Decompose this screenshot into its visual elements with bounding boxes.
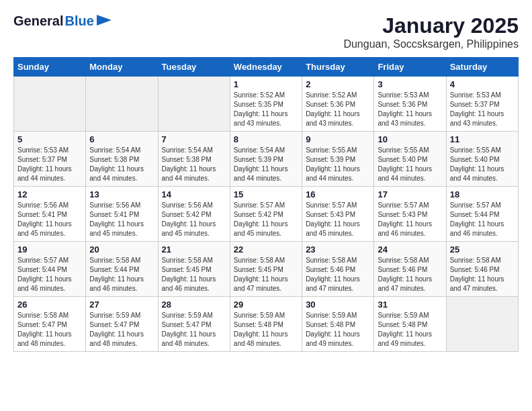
day-info: Sunrise: 5:57 AM Sunset: 5:44 PM Dayligh… bbox=[17, 256, 82, 293]
day-number: 14 bbox=[162, 189, 226, 199]
header-sunday: Sunday bbox=[14, 58, 86, 77]
day-number: 22 bbox=[234, 244, 298, 255]
table-row bbox=[446, 297, 518, 352]
day-info: Sunrise: 5:57 AM Sunset: 5:44 PM Dayligh… bbox=[450, 201, 515, 238]
day-info: Sunrise: 5:52 AM Sunset: 5:35 PM Dayligh… bbox=[234, 91, 298, 128]
day-number: 30 bbox=[306, 300, 370, 310]
day-number: 12 bbox=[17, 189, 82, 199]
day-info: Sunrise: 5:58 AM Sunset: 5:45 PM Dayligh… bbox=[162, 256, 226, 293]
calendar-body: 1Sunrise: 5:52 AM Sunset: 5:35 PM Daylig… bbox=[14, 77, 519, 352]
day-number: 4 bbox=[450, 79, 515, 89]
day-number: 23 bbox=[306, 244, 370, 255]
table-row: 13Sunrise: 5:56 AM Sunset: 5:41 PM Dayli… bbox=[86, 187, 158, 242]
day-info: Sunrise: 5:58 AM Sunset: 5:47 PM Dayligh… bbox=[17, 311, 82, 349]
table-row: 7Sunrise: 5:54 AM Sunset: 5:38 PM Daylig… bbox=[158, 132, 230, 187]
calendar-week-row: 1Sunrise: 5:52 AM Sunset: 5:35 PM Daylig… bbox=[14, 77, 519, 132]
table-row: 5Sunrise: 5:53 AM Sunset: 5:37 PM Daylig… bbox=[14, 132, 86, 187]
header-thursday: Thursday bbox=[302, 58, 374, 77]
day-number: 3 bbox=[378, 79, 442, 89]
table-row: 16Sunrise: 5:57 AM Sunset: 5:43 PM Dayli… bbox=[302, 187, 374, 242]
day-info: Sunrise: 5:59 AM Sunset: 5:48 PM Dayligh… bbox=[234, 311, 298, 349]
day-number: 5 bbox=[17, 134, 82, 144]
table-row: 25Sunrise: 5:58 AM Sunset: 5:46 PM Dayli… bbox=[446, 242, 518, 297]
main-title: January 2025 bbox=[343, 13, 519, 38]
day-number: 27 bbox=[89, 300, 154, 310]
page-header: General Blue January 2025 Dunguan, Soccs… bbox=[13, 13, 519, 50]
day-info: Sunrise: 5:59 AM Sunset: 5:48 PM Dayligh… bbox=[306, 311, 370, 349]
day-info: Sunrise: 5:54 AM Sunset: 5:39 PM Dayligh… bbox=[234, 146, 298, 183]
day-number: 28 bbox=[162, 300, 226, 310]
table-row: 2Sunrise: 5:52 AM Sunset: 5:36 PM Daylig… bbox=[302, 77, 374, 132]
day-number: 13 bbox=[89, 189, 154, 199]
day-info: Sunrise: 5:53 AM Sunset: 5:37 PM Dayligh… bbox=[17, 146, 82, 183]
day-info: Sunrise: 5:54 AM Sunset: 5:38 PM Dayligh… bbox=[89, 146, 154, 183]
calendar-header: Sunday Monday Tuesday Wednesday Thursday… bbox=[14, 58, 519, 77]
calendar-week-row: 19Sunrise: 5:57 AM Sunset: 5:44 PM Dayli… bbox=[14, 242, 519, 297]
logo-blue-text: Blue bbox=[64, 13, 93, 29]
table-row bbox=[158, 77, 230, 132]
day-info: Sunrise: 5:58 AM Sunset: 5:46 PM Dayligh… bbox=[306, 256, 370, 293]
day-info: Sunrise: 5:58 AM Sunset: 5:46 PM Dayligh… bbox=[450, 256, 515, 293]
day-number: 16 bbox=[306, 189, 370, 199]
title-block: January 2025 Dunguan, Soccsksargen, Phil… bbox=[343, 13, 519, 50]
day-info: Sunrise: 5:55 AM Sunset: 5:39 PM Dayligh… bbox=[306, 146, 370, 183]
day-info: Sunrise: 5:53 AM Sunset: 5:36 PM Dayligh… bbox=[378, 91, 442, 128]
day-number: 18 bbox=[450, 189, 515, 199]
calendar-week-row: 26Sunrise: 5:58 AM Sunset: 5:47 PM Dayli… bbox=[14, 297, 519, 352]
day-info: Sunrise: 5:57 AM Sunset: 5:43 PM Dayligh… bbox=[306, 201, 370, 238]
logo: General Blue bbox=[13, 13, 112, 29]
day-info: Sunrise: 5:55 AM Sunset: 5:40 PM Dayligh… bbox=[450, 146, 515, 183]
svg-marker-0 bbox=[97, 15, 112, 26]
calendar-week-row: 12Sunrise: 5:56 AM Sunset: 5:41 PM Dayli… bbox=[14, 187, 519, 242]
table-row: 9Sunrise: 5:55 AM Sunset: 5:39 PM Daylig… bbox=[302, 132, 374, 187]
table-row: 3Sunrise: 5:53 AM Sunset: 5:36 PM Daylig… bbox=[374, 77, 446, 132]
table-row: 10Sunrise: 5:55 AM Sunset: 5:40 PM Dayli… bbox=[374, 132, 446, 187]
logo-general-text: General bbox=[13, 13, 63, 29]
day-number: 24 bbox=[378, 244, 442, 255]
table-row: 8Sunrise: 5:54 AM Sunset: 5:39 PM Daylig… bbox=[230, 132, 302, 187]
day-info: Sunrise: 5:54 AM Sunset: 5:38 PM Dayligh… bbox=[162, 146, 226, 183]
day-info: Sunrise: 5:59 AM Sunset: 5:47 PM Dayligh… bbox=[89, 311, 154, 349]
day-info: Sunrise: 5:58 AM Sunset: 5:46 PM Dayligh… bbox=[378, 256, 442, 293]
day-info: Sunrise: 5:52 AM Sunset: 5:36 PM Dayligh… bbox=[306, 91, 370, 128]
table-row: 26Sunrise: 5:58 AM Sunset: 5:47 PM Dayli… bbox=[14, 297, 86, 352]
day-number: 9 bbox=[306, 134, 370, 144]
day-number: 2 bbox=[306, 79, 370, 89]
day-number: 26 bbox=[17, 300, 82, 310]
table-row: 21Sunrise: 5:58 AM Sunset: 5:45 PM Dayli… bbox=[158, 242, 230, 297]
day-number: 31 bbox=[378, 300, 442, 310]
day-number: 10 bbox=[378, 134, 442, 144]
day-info: Sunrise: 5:55 AM Sunset: 5:40 PM Dayligh… bbox=[378, 146, 442, 183]
table-row: 22Sunrise: 5:58 AM Sunset: 5:45 PM Dayli… bbox=[230, 242, 302, 297]
header-tuesday: Tuesday bbox=[158, 58, 230, 77]
table-row: 12Sunrise: 5:56 AM Sunset: 5:41 PM Dayli… bbox=[14, 187, 86, 242]
table-row: 4Sunrise: 5:53 AM Sunset: 5:37 PM Daylig… bbox=[446, 77, 518, 132]
day-number: 1 bbox=[234, 79, 298, 89]
logo-flag-icon bbox=[97, 15, 112, 28]
day-number: 15 bbox=[234, 189, 298, 199]
table-row: 11Sunrise: 5:55 AM Sunset: 5:40 PM Dayli… bbox=[446, 132, 518, 187]
day-info: Sunrise: 5:59 AM Sunset: 5:47 PM Dayligh… bbox=[162, 311, 226, 349]
header-saturday: Saturday bbox=[446, 58, 518, 77]
day-info: Sunrise: 5:58 AM Sunset: 5:44 PM Dayligh… bbox=[89, 256, 154, 293]
day-info: Sunrise: 5:56 AM Sunset: 5:41 PM Dayligh… bbox=[89, 201, 154, 238]
subtitle: Dunguan, Soccsksargen, Philippines bbox=[343, 38, 519, 50]
table-row bbox=[86, 77, 158, 132]
calendar-week-row: 5Sunrise: 5:53 AM Sunset: 5:37 PM Daylig… bbox=[14, 132, 519, 187]
day-number: 19 bbox=[17, 244, 82, 255]
day-info: Sunrise: 5:53 AM Sunset: 5:37 PM Dayligh… bbox=[450, 91, 515, 128]
table-row: 6Sunrise: 5:54 AM Sunset: 5:38 PM Daylig… bbox=[86, 132, 158, 187]
table-row: 17Sunrise: 5:57 AM Sunset: 5:43 PM Dayli… bbox=[374, 187, 446, 242]
table-row: 31Sunrise: 5:59 AM Sunset: 5:48 PM Dayli… bbox=[374, 297, 446, 352]
table-row: 18Sunrise: 5:57 AM Sunset: 5:44 PM Dayli… bbox=[446, 187, 518, 242]
day-number: 20 bbox=[89, 244, 154, 255]
table-row: 20Sunrise: 5:58 AM Sunset: 5:44 PM Dayli… bbox=[86, 242, 158, 297]
day-info: Sunrise: 5:56 AM Sunset: 5:41 PM Dayligh… bbox=[17, 201, 82, 238]
table-row: 27Sunrise: 5:59 AM Sunset: 5:47 PM Dayli… bbox=[86, 297, 158, 352]
table-row: 30Sunrise: 5:59 AM Sunset: 5:48 PM Dayli… bbox=[302, 297, 374, 352]
day-number: 8 bbox=[234, 134, 298, 144]
table-row: 1Sunrise: 5:52 AM Sunset: 5:35 PM Daylig… bbox=[230, 77, 302, 132]
day-number: 6 bbox=[89, 134, 154, 144]
day-info: Sunrise: 5:57 AM Sunset: 5:43 PM Dayligh… bbox=[378, 201, 442, 238]
day-info: Sunrise: 5:58 AM Sunset: 5:45 PM Dayligh… bbox=[234, 256, 298, 293]
